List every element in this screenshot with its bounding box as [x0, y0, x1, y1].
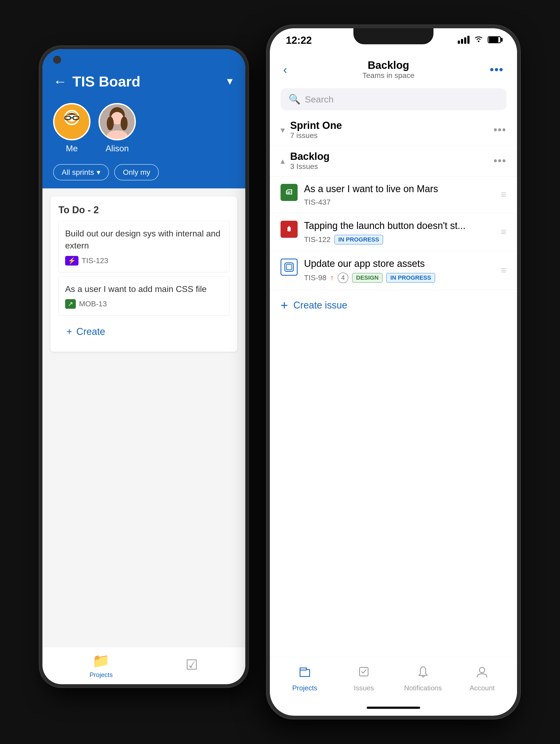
- issue-1-drag-handle[interactable]: ≡: [501, 189, 506, 200]
- android-projects-icon: 📁: [92, 653, 110, 669]
- iphone-status-bar: 12:22: [270, 28, 517, 55]
- issue-3-title: Update our app store assets: [304, 258, 494, 270]
- svg-rect-17: [287, 264, 292, 270]
- issue-3-content: Update our app store assets TIS-98 ↑ 4 D…: [304, 258, 494, 284]
- avatar-me-svg: [54, 104, 89, 139]
- issue-3-icon: [281, 259, 298, 276]
- issue-2-drag-handle[interactable]: ≡: [501, 226, 506, 237]
- iphone: 12:22: [267, 25, 520, 719]
- svg-point-9: [107, 117, 114, 131]
- iphone-nav-title: Backlog Teams in space: [287, 59, 490, 80]
- issue-3-drag-handle[interactable]: ≡: [501, 265, 506, 276]
- iphone-time: 12:22: [286, 35, 312, 46]
- iphone-notifications-icon: [416, 665, 430, 682]
- issue-2-in-progress-badge: IN PROGRESS: [334, 235, 383, 245]
- iphone-home-indicator: [270, 700, 517, 716]
- iphone-title-main: Backlog: [287, 59, 490, 71]
- iphone-notifications-label: Notifications: [404, 684, 442, 692]
- card-2-id-row: ↗ MOB-13: [65, 299, 223, 309]
- android-bottom-nav: 📁 Projects ☑: [42, 647, 245, 684]
- backlog-info: Backlog 3 Issues: [290, 151, 488, 171]
- iphone-title-sub: Teams in space: [287, 71, 490, 80]
- sprint-one-section[interactable]: ▾ Sprint One 7 issues •••: [270, 114, 517, 145]
- iphone-account-label: Account: [470, 684, 495, 692]
- all-sprints-filter[interactable]: All sprints ▾: [53, 164, 109, 180]
- issue-3-in-progress-badge: IN PROGRESS: [386, 273, 435, 283]
- card-1-badge: ⚡: [65, 256, 78, 265]
- create-plus-icon: +: [281, 298, 288, 312]
- avatar-me-image: [53, 103, 90, 140]
- sprint-chevron-down-icon: ▾: [281, 125, 285, 135]
- issue-3-id: TIS-98: [304, 273, 327, 282]
- card-2-badge: ↗: [65, 299, 76, 309]
- android-nav-projects[interactable]: 📁 Projects: [90, 653, 113, 679]
- issue-1-meta: TIS-437: [304, 198, 494, 207]
- iphone-status-icons: [458, 35, 501, 44]
- iphone-nav-notifications[interactable]: Notifications: [402, 665, 444, 692]
- svg-rect-15: [288, 226, 290, 228]
- card-1-id: TIS-123: [82, 256, 108, 265]
- iphone-nav-account[interactable]: Account: [461, 665, 503, 692]
- android-card-2[interactable]: As a user I want to add main CSS file ↗ …: [59, 276, 229, 316]
- issue-2-content: Tapping the launch button doesn't st... …: [304, 220, 494, 245]
- issue-3-row[interactable]: Update our app store assets TIS-98 ↑ 4 D…: [270, 251, 517, 290]
- iphone-more-button[interactable]: •••: [490, 63, 504, 76]
- android-back-icon[interactable]: ←: [53, 74, 67, 88]
- android-avatars-row: Me: [42, 98, 245, 164]
- issue-2-icon: [281, 221, 298, 238]
- android-nav-issues[interactable]: ☑: [186, 657, 198, 675]
- svg-point-10: [121, 117, 127, 131]
- iphone-issues-label: Issues: [354, 684, 374, 692]
- backlog-more-icon[interactable]: •••: [493, 155, 506, 167]
- issue-1-id: TIS-437: [304, 198, 331, 207]
- signal-bars-icon: [458, 36, 470, 44]
- issue-1-icon: [281, 184, 298, 201]
- iphone-home-bar: [367, 707, 420, 709]
- only-my-filter[interactable]: Only my: [114, 164, 159, 180]
- card-1-id-row: ⚡ TIS-123: [65, 256, 223, 265]
- avatar-alison-label: Alison: [105, 144, 129, 153]
- iphone-bottom-nav: Projects Issues: [270, 657, 517, 700]
- sprint-one-info: Sprint One 7 issues: [290, 120, 488, 140]
- search-placeholder-text: Search: [305, 94, 334, 105]
- iphone-account-icon: [475, 665, 489, 682]
- battery-icon: [488, 36, 501, 43]
- android-todo-column: To Do - 2 Build out our design sys with …: [50, 196, 237, 352]
- create-issue-label: Create issue: [293, 300, 347, 311]
- iphone-issues-icon: [357, 665, 371, 682]
- issue-1-row[interactable]: As a user I want to live on Mars TIS-437…: [270, 176, 517, 213]
- iphone-back-button[interactable]: ‹: [283, 63, 287, 76]
- iphone-list: ▾ Sprint One 7 issues ••• ▴ Backlog 3 Is…: [270, 114, 517, 657]
- sprint-one-more-icon[interactable]: •••: [493, 124, 506, 136]
- android-issues-icon: ☑: [186, 657, 198, 673]
- iphone-notch: [353, 28, 434, 44]
- create-issue-row[interactable]: + Create issue: [270, 290, 517, 321]
- iphone-nav-issues[interactable]: Issues: [342, 665, 385, 692]
- android-create-button[interactable]: + Create: [59, 320, 229, 344]
- backlog-section[interactable]: ▴ Backlog 3 Issues •••: [270, 145, 517, 176]
- iphone-nav-projects[interactable]: Projects: [284, 665, 326, 692]
- backlog-title: Backlog: [290, 151, 488, 162]
- android-board-content: To Do - 2 Build out our design sys with …: [42, 188, 245, 647]
- iphone-search-bar[interactable]: 🔍 Search: [281, 88, 506, 110]
- issue-2-row[interactable]: Tapping the launch button doesn't st... …: [270, 213, 517, 251]
- issue-2-meta: TIS-122 IN PROGRESS: [304, 235, 494, 245]
- avatar-me[interactable]: Me: [53, 103, 90, 153]
- android-card-1[interactable]: Build out our design sys with internal a…: [59, 221, 229, 272]
- issue-1-title: As a user I want to live on Mars: [304, 183, 494, 195]
- android-dropdown-icon[interactable]: ▼: [225, 76, 235, 87]
- wifi-icon: [474, 35, 483, 44]
- iphone-projects-label: Projects: [292, 684, 318, 692]
- android-status-bar: [42, 49, 245, 65]
- issue-3-meta: TIS-98 ↑ 4 DESIGN IN PROGRESS: [304, 272, 494, 283]
- column-title: To Do - 2: [59, 204, 229, 216]
- avatar-alison[interactable]: Alison: [99, 103, 136, 153]
- avatar-me-label: Me: [66, 144, 78, 153]
- android-header: ← TIS Board ▼: [42, 65, 245, 98]
- svg-point-19: [479, 667, 485, 673]
- avatar-alison-svg: [100, 104, 135, 139]
- issue-2-bug-icon: [284, 224, 294, 234]
- svg-point-11: [478, 41, 479, 42]
- issue-1-story-icon: [284, 187, 294, 198]
- backlog-chevron-up-icon: ▴: [281, 156, 285, 166]
